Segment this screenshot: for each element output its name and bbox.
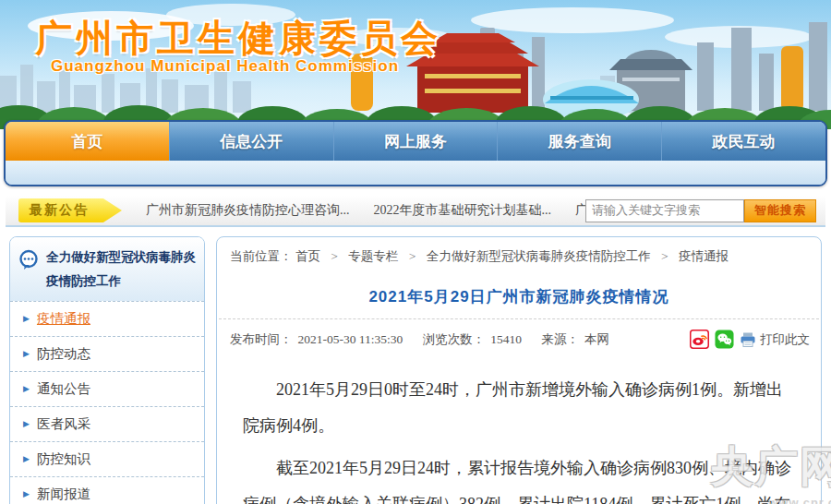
weibo-share-icon[interactable] bbox=[690, 330, 709, 349]
sidebar-header: 全力做好新型冠状病毒肺炎疫情防控工作 bbox=[10, 237, 204, 301]
speech-bubble-icon bbox=[18, 249, 40, 271]
announcement-link[interactable]: 2022年度市基础研究计划基础... bbox=[374, 202, 552, 219]
nav-tab-public-interaction[interactable]: 政民互动 bbox=[662, 122, 825, 161]
nav-tab-label: 首页 bbox=[71, 131, 102, 152]
nav-tab-info-disclosure[interactable]: 信息公开 bbox=[170, 122, 334, 161]
article-panel: 当前位置： 首页 > 专题专栏 > 全力做好新型冠状病毒肺炎疫情防控工作 > 疫… bbox=[216, 236, 822, 504]
page: 广州市卫生健康委员会 Guangzhou Municipal Health Co… bbox=[0, 0, 831, 504]
article-paragraph: 截至2021年5月29日24时，累计报告境外输入确诊病例830例、境内确诊病例（… bbox=[243, 450, 795, 504]
sidebar-item-prevention-updates[interactable]: ▶ 防控动态 bbox=[10, 336, 204, 371]
publish-time-value: 2021-05-30 11:35:30 bbox=[298, 332, 403, 346]
breadcrumb-link-epidemic-report[interactable]: 疫情通报 bbox=[679, 249, 729, 263]
sidebar-item-medical-workers[interactable]: ▶ 医者风采 bbox=[10, 406, 204, 441]
announcement-links: 广州市新冠肺炎疫情防控心理咨询... 2022年度市基础研究计划基础... 广州… bbox=[146, 202, 585, 219]
sidebar-menu: ▶ 疫情通报 ▶ 防控动态 ▶ 通知公告 ▶ 医者风采 ▶ 防控知识 bbox=[10, 301, 204, 504]
views-label: 浏览次数： bbox=[423, 332, 486, 346]
sidebar-item-label: 新闻报道 bbox=[37, 486, 90, 503]
arrow-right-icon: ▶ bbox=[23, 315, 30, 323]
nav-tab-label: 政民互动 bbox=[713, 131, 776, 152]
nav-tab-label: 服务查询 bbox=[548, 131, 611, 152]
views-value: 15410 bbox=[490, 332, 522, 346]
arrow-right-icon: ▶ bbox=[23, 420, 30, 428]
sidebar: 全力做好新型冠状病毒肺炎疫情防控工作 ▶ 疫情通报 ▶ 防控动态 ▶ 通知公告 … bbox=[9, 236, 205, 504]
sidebar-item-label: 通知公告 bbox=[37, 380, 90, 398]
announcement-link[interactable]: 广州市新冠肺炎疫情防控心理咨询... bbox=[146, 202, 350, 219]
breadcrumb-separator: > bbox=[331, 249, 338, 263]
sidebar-header-title: 全力做好新型冠状病毒肺炎疫情防控工作 bbox=[46, 246, 199, 293]
sidebar-item-label: 疫情通报 bbox=[37, 310, 90, 328]
latest-announcement-badge: 最新公告 bbox=[18, 198, 122, 222]
sidebar-item-epidemic-report[interactable]: ▶ 疫情通报 bbox=[10, 301, 204, 336]
source-label: 来源： bbox=[541, 332, 579, 346]
breadcrumb-link-covid-prevention[interactable]: 全力做好新型冠状病毒肺炎疫情防控工作 bbox=[427, 249, 651, 263]
sidebar-item-news-reports[interactable]: ▶ 新闻报道 bbox=[10, 476, 204, 504]
badge-label: 最新公告 bbox=[30, 198, 89, 222]
smart-search-button[interactable]: 智能搜索 bbox=[744, 199, 816, 222]
sidebar-item-label: 医者风采 bbox=[37, 415, 90, 433]
breadcrumb-separator: > bbox=[661, 249, 668, 263]
search-input[interactable] bbox=[585, 199, 744, 222]
main-area: 全力做好新型冠状病毒肺炎疫情防控工作 ▶ 疫情通报 ▶ 防控动态 ▶ 通知公告 … bbox=[0, 236, 831, 504]
nav-tab-home[interactable]: 首页 bbox=[6, 122, 170, 161]
wechat-share-icon[interactable] bbox=[715, 330, 734, 349]
breadcrumb-prefix: 当前位置： bbox=[230, 249, 293, 263]
sidebar-item-label: 防控动态 bbox=[37, 345, 90, 363]
article-title: 2021年5月29日广州市新冠肺炎疫情情况 bbox=[217, 274, 821, 318]
source-value: 本网 bbox=[584, 332, 609, 346]
print-label: 打印此文 bbox=[760, 331, 810, 348]
arrow-right-icon: ▶ bbox=[23, 350, 30, 358]
article-actions: 打印此文 bbox=[690, 330, 810, 349]
site-title-english: Guangzhou Municipal Health Commission bbox=[51, 57, 399, 76]
article-meta-bar: 发布时间：2021-05-30 11:35:30 浏览次数：15410 来源：本… bbox=[217, 319, 821, 357]
print-article-button[interactable]: 打印此文 bbox=[740, 331, 810, 348]
sidebar-item-prevention-knowledge[interactable]: ▶ 防控知识 bbox=[10, 441, 204, 476]
main-navigation: 首页 信息公开 网上服务 服务查询 政民互动 bbox=[4, 120, 827, 186]
nav-tab-online-services[interactable]: 网上服务 bbox=[334, 122, 499, 161]
nav-tab-label: 网上服务 bbox=[384, 131, 447, 152]
breadcrumb-link-home[interactable]: 首页 bbox=[295, 249, 320, 263]
announcement-bar: 最新公告 广州市新冠肺炎疫情防控心理咨询... 2022年度市基础研究计划基础.… bbox=[6, 196, 825, 227]
breadcrumb: 当前位置： 首页 > 专题专栏 > 全力做好新型冠状病毒肺炎疫情防控工作 > 疫… bbox=[217, 237, 821, 274]
article-body: 2021年5月29日0时至24时，广州市新增境外输入确诊病例1例。新增出院病例4… bbox=[217, 357, 821, 504]
printer-icon bbox=[740, 331, 756, 348]
arrow-right-icon: ▶ bbox=[23, 385, 30, 393]
nav-tab-service-query[interactable]: 服务查询 bbox=[498, 122, 662, 161]
search-box: 智能搜索 bbox=[585, 199, 816, 222]
breadcrumb-separator: > bbox=[409, 249, 416, 263]
nav-subbar bbox=[6, 161, 825, 185]
site-title: 广州市卫生健康委员会 bbox=[35, 13, 441, 64]
site-banner: 广州市卫生健康委员会 Guangzhou Municipal Health Co… bbox=[0, 0, 831, 129]
article-paragraph: 2021年5月29日0时至24时，广州市新增境外输入确诊病例1例。新增出院病例4… bbox=[243, 372, 795, 443]
announcement-link[interactable]: 广州医科大学附属第三医院（黄埔... bbox=[575, 202, 585, 219]
article-meta-info: 发布时间：2021-05-30 11:35:30 浏览次数：15410 来源：本… bbox=[230, 331, 615, 348]
sidebar-item-notices[interactable]: ▶ 通知公告 bbox=[10, 371, 204, 406]
arrow-right-icon: ▶ bbox=[23, 455, 30, 463]
nav-tab-label: 信息公开 bbox=[220, 131, 283, 152]
arrow-right-icon: ▶ bbox=[23, 490, 30, 498]
breadcrumb-link-special-topics[interactable]: 专题专栏 bbox=[348, 249, 398, 263]
publish-time-label: 发布时间： bbox=[230, 332, 293, 346]
sidebar-item-label: 防控知识 bbox=[37, 450, 90, 468]
